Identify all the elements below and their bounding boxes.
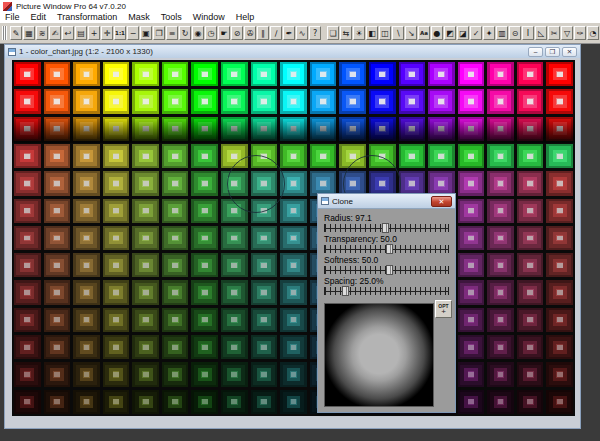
color-cell-layer [291,372,297,377]
airbrush-icon[interactable]: ✑ [574,26,586,40]
document-title-bar[interactable]: 1 - color_chart.jpg (1:2 - 2100 x 1330) … [5,45,580,58]
gradient-icon[interactable]: ◧ [366,26,378,40]
eraser-icon[interactable]: ◺ [535,26,547,40]
color-cell [103,335,130,359]
shrink-icon[interactable]: ▣ [140,26,152,40]
menu-transformation[interactable]: Transformation [52,12,123,23]
ellipse-icon[interactable]: ⊝ [509,26,521,40]
pan-hand-icon[interactable]: ☛ [218,26,230,40]
split-view-icon[interactable]: ◫ [379,26,391,40]
color-cell-layer [113,345,119,350]
doc-restore-button[interactable]: ❐ [545,47,560,57]
line-tool-icon[interactable]: ∖ [392,26,404,40]
list-icon[interactable]: ≡ [166,26,178,40]
one-to-one-icon[interactable]: 1:1 [114,26,126,40]
pencil-icon[interactable]: ✎ [10,26,22,40]
options-button[interactable]: OPT + [435,300,452,318]
waves-icon[interactable]: ≋ [36,26,48,40]
menu-window[interactable]: Window [188,12,231,23]
color-cell-layer [84,345,90,350]
spacing-slider-thumb[interactable] [342,286,349,296]
toolbar-grip[interactable] [2,26,7,40]
zoom-out-icon[interactable]: − [127,26,139,40]
composite-icon[interactable]: ⇆ [340,26,352,40]
menu-file[interactable]: File [0,12,26,23]
navigator-icon[interactable]: ◉ [192,26,204,40]
softness-slider-thumb[interactable] [386,265,393,275]
color-cell-layer [409,181,415,186]
color-cell [251,89,278,113]
sparkle-icon[interactable]: ✦ [483,26,495,40]
radius-slider-thumb[interactable] [382,223,389,233]
printer-icon[interactable]: ▤ [75,26,87,40]
shadow-icon[interactable]: ◩ [444,26,456,40]
doc-minimize-button[interactable]: – [528,47,543,57]
help-button[interactable]: ? [309,26,321,40]
rotate-icon[interactable]: ↻ [179,26,191,40]
color-cell [162,144,189,168]
color-cell-layer [84,181,90,186]
transparency-slider-thumb[interactable] [386,244,393,254]
color-cell [44,362,71,386]
color-cell [44,226,71,250]
color-cell [221,390,248,414]
columns-icon[interactable]: ▥ [496,26,508,40]
clone-close-button[interactable]: ✕ [431,196,452,207]
zoom-in-icon[interactable]: + [88,26,100,40]
menu-help[interactable]: Help [231,12,261,23]
filter-icon[interactable]: ▽ [561,26,573,40]
color-cell-layer [202,399,208,404]
color-cell-layer [143,99,149,104]
highlight-icon[interactable]: ◪ [457,26,469,40]
color-cell [103,144,130,168]
color-cell [517,62,544,86]
clock-icon[interactable]: ◷ [205,26,217,40]
magnifier-icon[interactable]: ⊘ [231,26,243,40]
cut-icon[interactable]: ✂ [548,26,560,40]
pen-icon[interactable]: ✒ [283,26,295,40]
radius-slider[interactable] [324,224,449,232]
menu-mask[interactable]: Mask [123,12,156,23]
softness-slider[interactable] [324,266,449,274]
text-tool-icon[interactable]: Aa [418,26,430,40]
clone-stamp-icon[interactable]: ✇ [244,26,256,40]
menu-edit[interactable]: Edit [26,12,53,23]
line-icon[interactable]: ∕ [270,26,282,40]
color-cell [162,171,189,195]
histogram-icon[interactable]: ∿ [296,26,308,40]
image-canvas[interactable] [12,60,575,416]
clone-dialog-title-bar[interactable]: Clone ✕ [318,194,455,209]
spacing-slider[interactable] [324,287,449,295]
levels-icon[interactable]: ✓ [470,26,482,40]
brightness-icon[interactable]: ☀ [353,26,365,40]
color-cell-layer [320,154,326,159]
color-cell [44,308,71,332]
paint-dab-icon[interactable]: ● [431,26,443,40]
fit-window-icon[interactable]: ✛ [101,26,113,40]
color-cell-layer [261,290,267,295]
color-cell [280,280,307,304]
menu-tools[interactable]: Tools [156,12,188,23]
undo-arrow-icon[interactable]: ↩ [62,26,74,40]
transparency-slider[interactable] [324,245,449,253]
color-cell-layer [54,372,60,377]
color-cell-layer [409,154,415,159]
color-cell-layer [320,99,326,104]
transparency-label: Transparency: 50.0 [324,234,449,244]
text-cursor-icon[interactable]: I [522,26,534,40]
color-cell [191,199,218,223]
duplicate-icon[interactable]: ❐ [153,26,165,40]
color-cell-layer [54,208,60,213]
app-title: Picture Window Pro 64 v7.0.20 [16,2,126,11]
color-cell-layer [54,99,60,104]
annotate-pencil-icon[interactable]: ✍ [49,26,61,40]
document-window: 1 - color_chart.jpg (1:2 - 2100 x 1330) … [4,44,581,429]
doc-close-button[interactable]: ✕ [562,47,577,57]
parallel-lines-icon[interactable]: ∥ [257,26,269,40]
crop-icon[interactable]: ❏ [327,26,339,40]
arrow-tool-icon[interactable]: ↘ [405,26,417,40]
color-cell [251,308,278,332]
clipped-tool-icon[interactable]: ◔ [587,26,599,40]
color-cell-layer [54,154,60,159]
tiles-icon[interactable]: ▦ [23,26,35,40]
